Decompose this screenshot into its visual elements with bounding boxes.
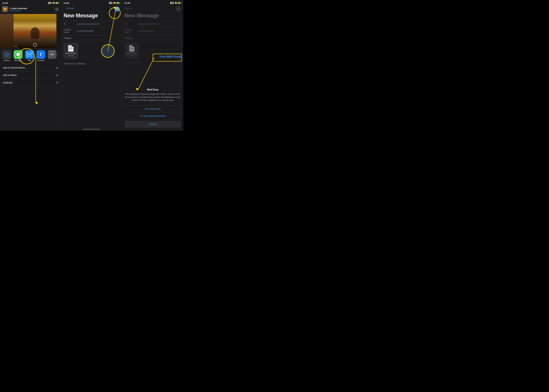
app-mail[interactable]: Mail [25,50,34,61]
send-arrow-icon: ↑ [117,7,118,10]
app-more[interactable]: ••• [48,50,56,61]
video-circle-indicator [33,43,37,47]
use-mail-drop-btn[interactable]: Use Mail Drop [125,105,181,112]
video-thumbnail: 🐱 [2,7,8,12]
add-shared-album-label: Add to Shared Album [3,67,54,69]
svg-line-2 [27,55,28,56]
cancel-label-p3-bg: Cancel [125,6,132,11]
status-time-2: 11:03 [63,2,69,4]
cc-label-p3: Cc/Bcc, From: [125,28,138,34]
svg-line-3 [30,55,32,56]
to-value[interactable] [77,23,100,25]
video-duration: 0:11 [14,45,17,47]
file-lines-p3 [130,47,133,49]
svg-point-0 [5,53,9,56]
partial-video [57,14,61,48]
wifi-icon-2: 🛜 [114,2,116,4]
add-album-icon: ⊕ [56,74,58,77]
new-message-title-p2: New Message [61,12,122,21]
panel-1: 11:02 ▌▌▌ 🛜 🐱 1 Video Selected 0:20 Opti… [0,0,61,131]
cancel-button-p2[interactable]: Cancel [63,6,76,11]
signal-icon-3: ▌▌▌ [170,2,174,4]
app-messages[interactable]: 💬 Messages [14,50,22,61]
share-apps-row: AirDrop 💬 Messages Mail f [0,49,61,63]
add-shared-album-action[interactable]: Add to Shared Album ⊞ [0,64,61,72]
status-icons-3: ▌▌▌ 🛜 [170,2,181,4]
wifi-icon-3: 🛜 [175,2,177,4]
file-size-p2: 40.4 MB [68,55,73,56]
mail-app-icon[interactable] [25,50,34,59]
mail-label: Mail [28,59,31,61]
video-grid: 0:11 [0,14,61,49]
compose-fields-p2: To: Cc/Bcc, From: Subject: [61,21,122,41]
p2-top-bar: Cancel ↑ [61,5,122,12]
airdrop-icon[interactable] [2,50,11,59]
messages-icon[interactable]: 💬 [14,50,22,59]
attachment-box-p3: IMG_4267.MOV 40.4 MB [125,43,139,59]
attachment-box-p2: IMG_4267.MOV 40.4 MB [63,43,78,59]
add-album-label: Add to Album [3,74,54,77]
status-bar-1: 11:02 ▌▌▌ 🛜 [0,0,61,5]
dialog-body: This attachment may be too large (38.5 M… [125,93,181,102]
close-button[interactable]: × [55,7,59,11]
file-name-p3: IMG_4267.MOV [126,53,137,54]
file-icon-p2 [68,45,73,52]
more-icon[interactable]: ••• [48,50,56,59]
cancel-dialog-btn[interactable]: Cancel [125,121,181,128]
duplicate-label: Duplicate [3,81,54,84]
status-time-1: 11:02 [2,2,8,4]
duplicate-icon: ⧉ [56,81,58,84]
send-arrow-dimmed: ↑ [178,7,179,10]
more-label [52,59,52,61]
signal-icon-1: ▌▌▌ [48,2,52,4]
mail-drop-dialog: Mail Drop This attachment may be too lar… [122,85,183,131]
attachment-area-p2: IMG_4267.MOV 40.4 MB [61,41,122,61]
subject-label-p3: Subject: [125,37,138,40]
file-lines [69,47,72,49]
cc-value[interactable] [77,30,94,32]
app-airdrop[interactable]: AirDrop [2,50,11,61]
status-icons-1: ▌▌▌ 🛜 [48,2,59,4]
new-message-title-p3: New Message [122,12,183,21]
wifi-icon-1: 🛜 [53,2,55,4]
home-indicator-p2 [83,129,100,129]
action-list: Add to Shared Album ⊞ Add to Album ⊕ Dup… [0,63,61,87]
add-album-action[interactable]: Add to Album ⊕ [0,72,61,79]
facebook-label: Facebook [37,59,44,61]
cc-label: Cc/Bcc, From: [63,28,77,34]
dialog-title: Mail Drop [125,88,181,91]
to-field-row: To: [61,21,122,27]
battery-icon-2 [117,2,120,4]
status-bar-2: 11:03 ▌▌▌ 🛜 [61,0,122,5]
panel-3: 11:03 ▌▌▌ 🛜 Cancel ↑ New Message To: Cc/… [122,0,183,131]
subject-label: Subject: [63,37,77,40]
file-name-p2: IMG_4267.MOV [66,53,76,54]
try-sending-btn[interactable]: Try Sending Attachment [125,112,181,119]
file-size-p3: 40.4 MB [129,55,134,56]
status-time-3: 11:03 [125,2,130,4]
add-shared-album-icon: ⊞ [56,66,58,70]
cc-field-row-p3: Cc/Bcc, From: [122,27,183,35]
send-btn-dimmed: ↑ [176,7,181,11]
status-bar-3: 11:03 ▌▌▌ 🛜 [122,0,183,5]
yellow-dot-send-top [114,7,116,9]
duplicate-action[interactable]: Duplicate ⧉ [0,79,61,86]
to-label-p3: To: [125,23,138,25]
to-value-p3 [138,23,160,25]
header-title-group: 1 Video Selected 0:20 Options > [10,7,53,12]
app-facebook[interactable]: f Facebook [36,50,45,61]
video-selected-label: 1 Video Selected [10,7,53,10]
compose-fields-p3: To: Cc/Bcc, From: Subject: [122,21,183,41]
video-item-main[interactable]: 0:11 [14,14,56,48]
compose-body-p2: Sent from my iPhone [61,61,122,67]
use-mail-drop-highlighted-text[interactable]: Use Mail Drop [160,55,181,58]
facebook-icon[interactable]: f [36,50,45,59]
video-preview [14,14,56,48]
status-icons-2: ▌▌▌ 🛜 [109,2,120,4]
yellow-dot-mail-bottom [35,102,38,104]
battery-icon-3 [178,2,181,4]
signal-icon-2: ▌▌▌ [109,2,113,4]
options-link[interactable]: 0:20 Options > [10,10,53,12]
panel-2: 11:03 ▌▌▌ 🛜 Cancel ↑ New Message To: Cc/… [61,0,122,131]
messages-label: Messages [14,59,22,61]
